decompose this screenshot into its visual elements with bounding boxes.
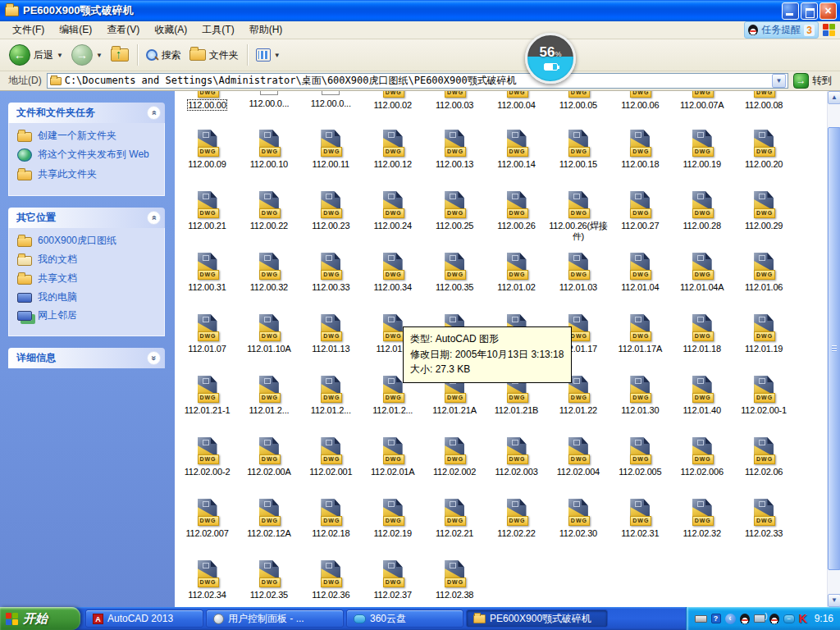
file-item[interactable]: DWG112.01.07 bbox=[176, 314, 238, 354]
file-item[interactable]: DWG112.02.33 bbox=[733, 499, 795, 539]
file-item[interactable]: DWG112.00.33 bbox=[300, 253, 362, 293]
file-item[interactable]: DWG112.02.00A bbox=[238, 437, 299, 477]
file-item[interactable]: DWG112.00.00 bbox=[176, 91, 238, 111]
address-input[interactable]: C:\Documents and Settings\Administrator\… bbox=[47, 73, 788, 89]
sidebar-item[interactable]: 我的电脑 bbox=[17, 291, 158, 303]
taskbar-task-0[interactable]: AutoCAD 2013 bbox=[85, 609, 203, 628]
file-item[interactable]: DWG112.02.002 bbox=[424, 437, 486, 477]
file-item[interactable]: DWG112.00.15 bbox=[547, 130, 609, 170]
file-item[interactable]: DWG112.01.10A bbox=[238, 314, 299, 354]
sidebar-item[interactable]: 共享文档 bbox=[17, 272, 158, 285]
forward-button[interactable]: → ▼ bbox=[67, 44, 107, 66]
file-item[interactable]: DWG112.01.40 bbox=[671, 376, 733, 416]
up-button[interactable] bbox=[107, 48, 133, 62]
file-item[interactable]: DWG112.02.01A bbox=[362, 437, 423, 477]
file-item[interactable]: DWG112.00.19 bbox=[671, 130, 733, 170]
collapse-icon[interactable] bbox=[725, 614, 736, 624]
file-item[interactable]: DWG112.01.30 bbox=[609, 376, 671, 416]
sidebar-item[interactable]: 将这个文件夹发布到 Web bbox=[17, 148, 158, 162]
task-reminder-widget[interactable]: 任务提醒 3 bbox=[744, 21, 819, 39]
chevron-down-icon[interactable]: » bbox=[147, 351, 161, 365]
sidebar-panel-header[interactable]: 其它位置» bbox=[8, 208, 165, 228]
file-item[interactable]: DWG112.02.35 bbox=[238, 560, 299, 600]
file-item[interactable]: DWG112.00.02 bbox=[362, 91, 423, 111]
sidebar-item[interactable]: 共享此文件夹 bbox=[17, 168, 158, 180]
file-item[interactable]: DWG112.01.2... bbox=[300, 376, 362, 416]
file-item[interactable]: DWG112.02.19 bbox=[362, 499, 423, 539]
file-item[interactable]: DWG112.00.22 bbox=[238, 191, 299, 231]
file-item[interactable]: DWG112.02.32 bbox=[671, 499, 733, 539]
file-item[interactable]: DWG112.00.34 bbox=[362, 253, 423, 293]
file-item[interactable]: DWG112.01.21-1 bbox=[176, 376, 238, 416]
file-item[interactable]: DWG112.02.34 bbox=[176, 560, 238, 600]
file-item[interactable]: DWG112.01.17A bbox=[609, 314, 671, 354]
file-item[interactable]: DWG112.00.23 bbox=[300, 191, 362, 231]
file-item[interactable]: DWG112.00.12 bbox=[362, 130, 423, 170]
file-item[interactable]: DWG112.02.18 bbox=[300, 499, 362, 539]
forward-dropdown-icon[interactable]: ▼ bbox=[96, 52, 103, 59]
file-item[interactable]: DWG112.02.37 bbox=[362, 560, 423, 600]
back-button[interactable]: ← 后退 ▼ bbox=[5, 44, 67, 66]
start-button[interactable]: 开始 bbox=[0, 607, 80, 630]
file-item[interactable]: DWG112.01.04 bbox=[609, 253, 671, 293]
file-item[interactable]: DWG112.02.007 bbox=[176, 499, 238, 539]
chevron-up-icon[interactable]: » bbox=[147, 211, 161, 225]
file-item[interactable]: DWG112.01.04A bbox=[671, 253, 733, 293]
sidebar-item[interactable]: 600X900虎口图纸 bbox=[17, 235, 158, 247]
file-item[interactable]: DWG112.01.18 bbox=[671, 314, 733, 354]
file-item[interactable]: DWG112.00.20 bbox=[733, 130, 795, 170]
sidebar-item[interactable]: 创建一个新文件夹 bbox=[17, 130, 158, 142]
menu-item-5[interactable]: 帮助(H) bbox=[242, 21, 290, 39]
file-item[interactable]: DWG112.00.18 bbox=[609, 130, 671, 170]
file-item[interactable]: DWG112.02.003 bbox=[486, 437, 547, 477]
menu-item-2[interactable]: 查看(V) bbox=[99, 21, 147, 39]
file-item[interactable]: DWG112.00.25 bbox=[424, 191, 486, 231]
file-item[interactable]: DWG112.00.14 bbox=[486, 130, 547, 170]
file-item[interactable]: DWG112.01.2... bbox=[238, 376, 299, 416]
menu-item-0[interactable]: 文件(F) bbox=[5, 21, 52, 39]
sidebar-panel-header[interactable]: 详细信息» bbox=[8, 348, 165, 368]
views-button[interactable]: ▼ bbox=[252, 48, 285, 62]
file-item[interactable]: DWG112.00.10 bbox=[238, 130, 299, 170]
file-item[interactable]: DWG112.01.06 bbox=[733, 253, 795, 293]
help-icon[interactable] bbox=[711, 614, 721, 623]
file-item[interactable]: DWG112.01.02 bbox=[486, 253, 547, 293]
file-item[interactable]: DWG112.02.06 bbox=[733, 437, 795, 477]
qq-blue-icon[interactable] bbox=[740, 614, 750, 624]
scrollbar-thumb[interactable] bbox=[828, 127, 840, 570]
file-item[interactable]: DWG112.00.06 bbox=[609, 91, 671, 111]
close-button[interactable]: × bbox=[819, 2, 837, 20]
file-item[interactable]: DWG112.00.05 bbox=[547, 91, 609, 111]
menu-item-4[interactable]: 工具(T) bbox=[194, 21, 241, 39]
file-item[interactable]: DWG112.02.12A bbox=[238, 499, 299, 539]
menu-item-3[interactable]: 收藏(A) bbox=[147, 21, 194, 39]
file-item[interactable]: DWG112.02.004 bbox=[547, 437, 609, 477]
restore-button[interactable] bbox=[801, 2, 818, 20]
minimize-button[interactable] bbox=[782, 2, 799, 20]
scroll-up-button[interactable]: ▲ bbox=[828, 91, 840, 104]
sidebar-item[interactable]: 我的文档 bbox=[17, 253, 158, 266]
go-button[interactable]: → 转到 bbox=[788, 73, 837, 89]
file-item[interactable]: DWG112.02.21 bbox=[424, 499, 486, 539]
file-item[interactable]: DWG112.00.08 bbox=[733, 91, 795, 111]
file-item[interactable]: DWG112.00.26 bbox=[486, 191, 547, 231]
file-item[interactable]: DWG112.02.00-2 bbox=[176, 437, 238, 477]
file-item[interactable]: 112.00.0... bbox=[300, 91, 362, 109]
file-item[interactable]: DWG112.01.13 bbox=[300, 314, 362, 354]
file-item[interactable]: DWG112.00.03 bbox=[424, 91, 486, 111]
file-item[interactable]: DWG112.02.38 bbox=[424, 560, 486, 600]
file-item[interactable]: DWG112.00.26(焊接件) bbox=[547, 191, 609, 242]
battery-percentage-widget[interactable]: 56% bbox=[525, 33, 576, 84]
taskbar-task-3[interactable]: PE600X900颚式破碎机 bbox=[466, 609, 608, 628]
chevron-up-icon[interactable]: » bbox=[147, 106, 161, 120]
folders-button[interactable]: 文件夹 bbox=[185, 48, 243, 62]
cloud-360-icon[interactable] bbox=[783, 614, 795, 623]
file-item[interactable]: DWG112.00.13 bbox=[424, 130, 486, 170]
file-item[interactable]: DWG112.00.32 bbox=[238, 253, 299, 293]
file-item[interactable]: DWG112.00.07A bbox=[671, 91, 733, 111]
file-item[interactable]: DWG112.02.006 bbox=[671, 437, 733, 477]
address-dropdown-button[interactable]: ▼ bbox=[772, 74, 786, 88]
sidebar-panel-header[interactable]: 文件和文件夹任务» bbox=[8, 103, 165, 123]
menu-item-1[interactable]: 编辑(E) bbox=[52, 21, 99, 39]
taskbar-task-1[interactable]: 用户控制面板 - ... bbox=[206, 609, 344, 628]
